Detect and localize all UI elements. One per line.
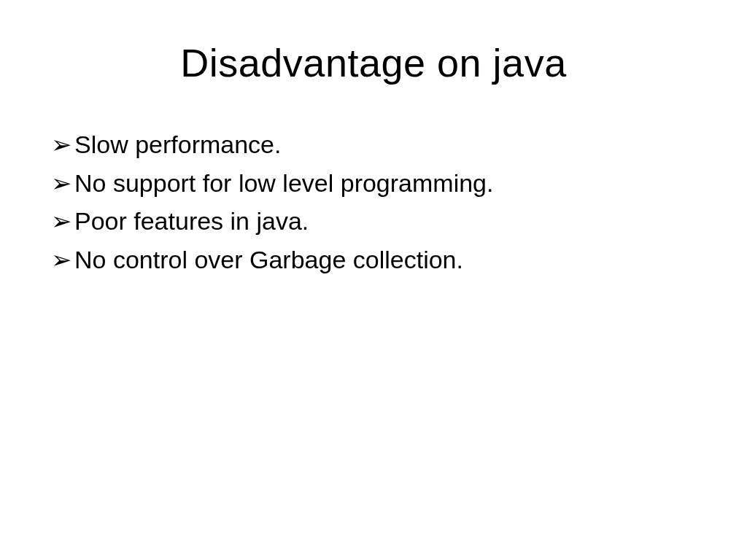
list-item: ➢ No support for low level programming. [51,164,696,203]
bullet-text: Poor features in java. [74,202,696,241]
bullet-text: No control over Garbage collection. [74,241,696,279]
slide: Disadvantage on java ➢ Slow performance.… [0,0,747,560]
bullet-marker-icon: ➢ [51,125,71,164]
list-item: ➢ No control over Garbage collection. [51,241,696,279]
slide-title: Disadvantage on java [51,40,696,85]
bullet-marker-icon: ➢ [51,241,71,279]
bullet-list: ➢ Slow performance. ➢ No support for low… [51,125,696,279]
bullet-marker-icon: ➢ [51,164,71,203]
list-item: ➢ Slow performance. [51,125,696,164]
bullet-text: Slow performance. [74,125,696,164]
bullet-marker-icon: ➢ [51,202,71,241]
list-item: ➢ Poor features in java. [51,202,696,241]
bullet-text: No support for low level programming. [74,164,696,203]
